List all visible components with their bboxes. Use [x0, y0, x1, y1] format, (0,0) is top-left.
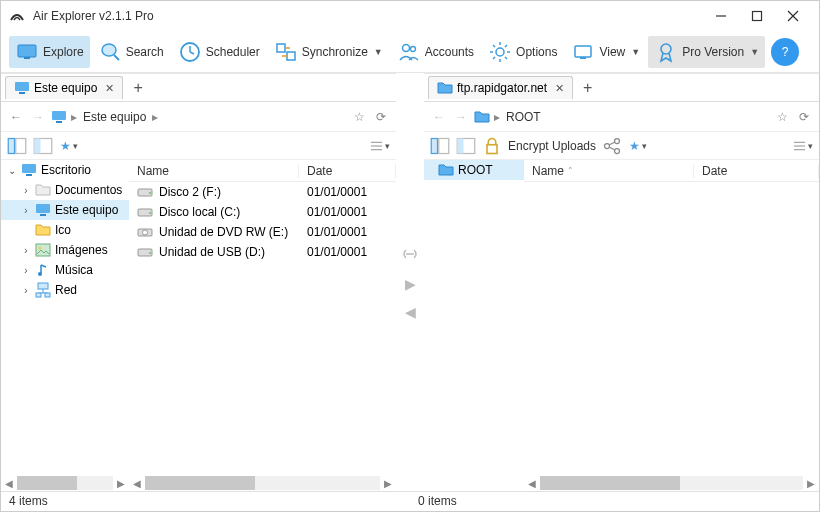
explore-button[interactable]: Explore [9, 36, 90, 68]
favorite-button[interactable]: ☆ [350, 108, 368, 126]
tree-node-imagenes[interactable]: ›Imágenes [1, 240, 129, 260]
folder-icon [438, 162, 454, 178]
chevron-right-icon[interactable]: › [21, 285, 31, 296]
back-button[interactable]: ← [7, 108, 25, 126]
breadcrumb-separator-icon: ▸ [494, 110, 500, 124]
tree-node-musica[interactable]: ›Música [1, 260, 129, 280]
add-tab-button[interactable]: + [125, 79, 150, 97]
drive-icon [137, 204, 153, 220]
list-row[interactable]: Disco 2 (F:)01/01/0001 [129, 182, 396, 202]
favorite-button[interactable]: ☆ [773, 108, 791, 126]
col-date[interactable]: Date [299, 164, 396, 178]
tree-node-ico[interactable]: ›Ico [1, 220, 129, 240]
layout-tree-button[interactable] [430, 137, 450, 155]
left-content: ⌄Escritorio ›Documentos ›Este equipo ›Ic… [1, 160, 396, 491]
view-button[interactable]: View ▼ [565, 36, 646, 68]
app-logo-icon [9, 8, 25, 24]
svg-rect-34 [34, 138, 40, 153]
list-row[interactable]: Disco local (C:)01/01/0001 [129, 202, 396, 222]
right-tab[interactable]: ftp.rapidgator.net ✕ [428, 76, 573, 99]
transfer-right-button[interactable]: ▶ [405, 276, 416, 292]
forward-button[interactable]: → [29, 108, 47, 126]
add-tab-button[interactable]: + [575, 79, 600, 97]
svg-rect-45 [38, 283, 48, 289]
refresh-button[interactable]: ⟳ [372, 108, 390, 126]
drive-icon [137, 184, 153, 200]
list-hscrollbar[interactable]: ◀▶ [129, 475, 396, 491]
tree-node-documentos[interactable]: ›Documentos [1, 180, 129, 200]
accounts-label: Accounts [425, 45, 474, 59]
tree-node-escritorio[interactable]: ⌄Escritorio [1, 160, 129, 180]
layout-list-button[interactable] [456, 137, 476, 155]
right-tree: ROOT [424, 160, 524, 491]
favorites-dropdown[interactable]: ★▾ [628, 137, 648, 155]
tree-node-este-equipo[interactable]: ›Este equipo [1, 200, 129, 220]
monitor-icon [14, 80, 30, 96]
encrypt-uploads-label[interactable]: Encrypt Uploads [508, 139, 596, 153]
col-date[interactable]: Date [694, 164, 819, 178]
list-hscrollbar[interactable]: ◀▶ [524, 475, 819, 491]
options-label: Options [516, 45, 557, 59]
tree-node-root[interactable]: ROOT [424, 160, 524, 180]
synchronize-button[interactable]: Synchronize ▼ [268, 36, 389, 68]
left-tab[interactable]: Este equipo ✕ [5, 76, 123, 99]
right-breadcrumb[interactable]: ▸ ROOT [494, 110, 769, 124]
folder-icon [35, 182, 51, 198]
tab-close-icon[interactable]: ✕ [105, 82, 114, 95]
gear-icon [488, 40, 512, 64]
view-mode-dropdown[interactable]: ▾ [370, 137, 390, 155]
maximize-button[interactable] [739, 2, 775, 30]
titlebar: Air Explorer v2.1.1 Pro [1, 1, 819, 31]
breadcrumb-separator-icon: ▸ [152, 110, 158, 124]
lock-icon[interactable] [482, 137, 502, 155]
svg-rect-30 [56, 121, 62, 123]
search-button[interactable]: Search [92, 36, 170, 68]
forward-button[interactable]: → [452, 108, 470, 126]
minimize-button[interactable] [703, 2, 739, 30]
tree-node-red[interactable]: ›Red [1, 280, 129, 300]
tab-close-icon[interactable]: ✕ [555, 82, 564, 95]
chevron-right-icon[interactable]: › [21, 185, 31, 196]
folder-icon [437, 80, 453, 96]
col-name[interactable]: Name [129, 164, 299, 178]
svg-point-26 [661, 44, 671, 54]
view-mode-dropdown[interactable]: ▾ [793, 137, 813, 155]
breadcrumb-item[interactable]: ROOT [506, 110, 541, 124]
breadcrumb-item[interactable]: Este equipo [83, 110, 146, 124]
sync-link-icon[interactable] [400, 244, 420, 264]
chevron-right-icon[interactable]: › [21, 205, 31, 216]
svg-rect-4 [18, 45, 36, 57]
chevron-right-icon[interactable]: › [21, 265, 31, 276]
back-button[interactable]: ← [430, 108, 448, 126]
col-name[interactable]: Name˄ [524, 164, 694, 178]
chevron-right-icon[interactable]: › [21, 245, 31, 256]
close-button[interactable] [775, 2, 811, 30]
svg-rect-1 [753, 12, 762, 21]
list-row[interactable]: Unidad de DVD RW (E:)01/01/0001 [129, 222, 396, 242]
view-label: View [599, 45, 625, 59]
help-button[interactable]: ? [771, 38, 799, 66]
list-row[interactable]: Unidad de USB (D:)01/01/0001 [129, 242, 396, 262]
layout-tree-button[interactable] [7, 137, 27, 155]
svg-rect-28 [19, 92, 25, 94]
scheduler-button[interactable]: Scheduler [172, 36, 266, 68]
pro-version-button[interactable]: Pro Version ▼ [648, 36, 765, 68]
tree-hscrollbar[interactable]: ◀▶ [1, 475, 129, 491]
options-button[interactable]: Options [482, 36, 563, 68]
favorites-dropdown[interactable]: ★▾ [59, 137, 79, 155]
svg-rect-11 [277, 44, 285, 52]
tree-label: Este equipo [55, 203, 118, 217]
left-pane: Este equipo ✕ + ← → ▸ Este equipo ▸ ☆ ⟳ … [1, 73, 396, 491]
dvd-icon [137, 224, 153, 240]
dual-pane-container: Este equipo ✕ + ← → ▸ Este equipo ▸ ☆ ⟳ … [1, 73, 819, 491]
left-tab-label: Este equipo [34, 81, 97, 95]
chevron-down-icon[interactable]: ⌄ [7, 165, 17, 176]
left-breadcrumb[interactable]: ▸ Este equipo ▸ [71, 110, 346, 124]
tree-label: Documentos [55, 183, 122, 197]
transfer-left-button[interactable]: ◀ [405, 304, 416, 320]
svg-point-64 [605, 143, 610, 148]
layout-list-button[interactable] [33, 137, 53, 155]
accounts-button[interactable]: Accounts [391, 36, 480, 68]
refresh-button[interactable]: ⟳ [795, 108, 813, 126]
share-icon[interactable] [602, 137, 622, 155]
